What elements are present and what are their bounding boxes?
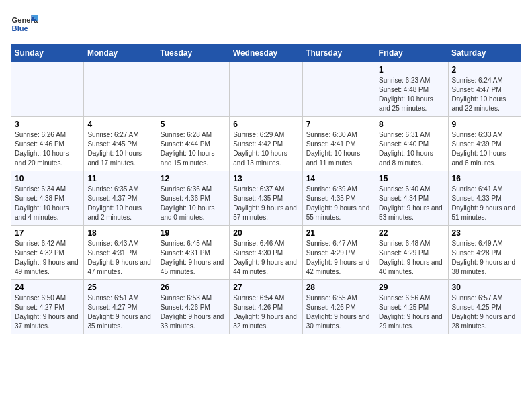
calendar-table: SundayMondayTuesdayWednesdayThursdayFrid… <box>11 44 521 334</box>
day-info: Sunrise: 6:57 AMSunset: 4:25 PMDaylight:… <box>452 293 517 331</box>
calendar-day-cell: 23Sunrise: 6:49 AMSunset: 4:28 PMDayligh… <box>448 226 521 280</box>
calendar-day-cell: 5Sunrise: 6:28 AMSunset: 4:44 PMDaylight… <box>157 117 229 171</box>
calendar-day-cell: 15Sunrise: 6:40 AMSunset: 4:34 PMDayligh… <box>375 171 448 226</box>
day-number: 14 <box>306 174 371 183</box>
day-number: 23 <box>452 228 517 238</box>
calendar-day-cell <box>302 62 375 117</box>
calendar-day-cell: 14Sunrise: 6:39 AMSunset: 4:35 PMDayligh… <box>302 171 375 226</box>
calendar-day-cell: 18Sunrise: 6:43 AMSunset: 4:31 PMDayligh… <box>84 226 157 280</box>
day-info: Sunrise: 6:37 AMSunset: 4:35 PMDaylight:… <box>233 185 298 222</box>
day-info: Sunrise: 6:28 AMSunset: 4:44 PMDaylight:… <box>161 130 226 168</box>
day-info: Sunrise: 6:55 AMSunset: 4:26 PMDaylight:… <box>306 293 371 331</box>
calendar-week-row: 3Sunrise: 6:26 AMSunset: 4:46 PMDaylight… <box>11 117 521 171</box>
day-info: Sunrise: 6:51 AMSunset: 4:27 PMDaylight:… <box>87 293 152 331</box>
day-info: Sunrise: 6:39 AMSunset: 4:35 PMDaylight:… <box>306 185 371 222</box>
day-number: 6 <box>233 120 298 129</box>
day-number: 27 <box>233 283 298 292</box>
day-info: Sunrise: 6:41 AMSunset: 4:33 PMDaylight:… <box>452 185 517 222</box>
calendar-day-cell: 20Sunrise: 6:46 AMSunset: 4:30 PMDayligh… <box>230 226 302 280</box>
day-number: 9 <box>452 120 517 129</box>
calendar-day-cell: 16Sunrise: 6:41 AMSunset: 4:33 PMDayligh… <box>448 171 521 226</box>
calendar-day-cell <box>84 62 157 117</box>
weekday-header: Wednesday <box>230 44 302 62</box>
day-number: 24 <box>15 283 80 292</box>
day-number: 25 <box>87 283 152 292</box>
day-info: Sunrise: 6:53 AMSunset: 4:26 PMDaylight:… <box>161 293 226 331</box>
day-number: 8 <box>379 120 444 129</box>
day-number: 5 <box>161 120 226 129</box>
calendar-day-cell: 9Sunrise: 6:33 AMSunset: 4:39 PMDaylight… <box>448 117 521 171</box>
calendar-day-cell: 19Sunrise: 6:45 AMSunset: 4:31 PMDayligh… <box>157 226 229 280</box>
calendar-day-cell: 21Sunrise: 6:47 AMSunset: 4:29 PMDayligh… <box>302 226 375 280</box>
day-number: 29 <box>379 283 444 292</box>
logo-icon: General Blue <box>11 11 38 38</box>
calendar-day-cell: 28Sunrise: 6:55 AMSunset: 4:26 PMDayligh… <box>302 280 375 334</box>
day-number: 1 <box>379 65 444 75</box>
calendar-day-cell: 29Sunrise: 6:56 AMSunset: 4:25 PMDayligh… <box>375 280 448 334</box>
calendar-day-cell: 25Sunrise: 6:51 AMSunset: 4:27 PMDayligh… <box>84 280 157 334</box>
calendar-day-cell: 27Sunrise: 6:54 AMSunset: 4:26 PMDayligh… <box>230 280 302 334</box>
weekday-header: Monday <box>84 44 157 62</box>
day-number: 20 <box>233 228 298 238</box>
calendar-day-cell <box>157 62 229 117</box>
day-info: Sunrise: 6:34 AMSunset: 4:38 PMDaylight:… <box>15 185 80 222</box>
weekday-header: Saturday <box>448 44 521 62</box>
calendar-week-row: 1Sunrise: 6:23 AMSunset: 4:48 PMDaylight… <box>11 62 521 117</box>
day-info: Sunrise: 6:26 AMSunset: 4:46 PMDaylight:… <box>15 130 80 168</box>
day-number: 18 <box>87 228 152 238</box>
day-number: 11 <box>87 174 152 183</box>
calendar-day-cell <box>11 62 84 117</box>
calendar-day-cell: 22Sunrise: 6:48 AMSunset: 4:29 PMDayligh… <box>375 226 448 280</box>
day-number: 26 <box>161 283 226 292</box>
day-number: 3 <box>15 120 80 129</box>
day-info: Sunrise: 6:30 AMSunset: 4:41 PMDaylight:… <box>306 130 371 168</box>
calendar-week-row: 17Sunrise: 6:42 AMSunset: 4:32 PMDayligh… <box>11 226 521 280</box>
day-info: Sunrise: 6:50 AMSunset: 4:27 PMDaylight:… <box>15 293 80 331</box>
weekday-header-row: SundayMondayTuesdayWednesdayThursdayFrid… <box>11 44 521 62</box>
svg-text:Blue: Blue <box>12 24 28 32</box>
calendar-day-cell: 10Sunrise: 6:34 AMSunset: 4:38 PMDayligh… <box>11 171 84 226</box>
calendar-week-row: 24Sunrise: 6:50 AMSunset: 4:27 PMDayligh… <box>11 280 521 334</box>
day-number: 4 <box>87 120 152 129</box>
day-info: Sunrise: 6:29 AMSunset: 4:42 PMDaylight:… <box>233 130 298 168</box>
page-header: General Blue <box>11 11 521 38</box>
day-info: Sunrise: 6:24 AMSunset: 4:47 PMDaylight:… <box>452 76 517 113</box>
calendar-day-cell <box>230 62 302 117</box>
calendar-day-cell: 7Sunrise: 6:30 AMSunset: 4:41 PMDaylight… <box>302 117 375 171</box>
day-info: Sunrise: 6:35 AMSunset: 4:37 PMDaylight:… <box>87 185 152 222</box>
weekday-header: Tuesday <box>157 44 229 62</box>
day-number: 17 <box>15 228 80 238</box>
day-number: 30 <box>452 283 517 292</box>
weekday-header: Sunday <box>11 44 84 62</box>
calendar-day-cell: 6Sunrise: 6:29 AMSunset: 4:42 PMDaylight… <box>230 117 302 171</box>
day-info: Sunrise: 6:43 AMSunset: 4:31 PMDaylight:… <box>87 239 152 277</box>
day-info: Sunrise: 6:48 AMSunset: 4:29 PMDaylight:… <box>379 239 444 277</box>
day-info: Sunrise: 6:46 AMSunset: 4:30 PMDaylight:… <box>233 239 298 277</box>
day-number: 7 <box>306 120 371 129</box>
calendar-week-row: 10Sunrise: 6:34 AMSunset: 4:38 PMDayligh… <box>11 171 521 226</box>
calendar-day-cell: 8Sunrise: 6:31 AMSunset: 4:40 PMDaylight… <box>375 117 448 171</box>
day-number: 2 <box>452 65 517 75</box>
calendar-day-cell: 17Sunrise: 6:42 AMSunset: 4:32 PMDayligh… <box>11 226 84 280</box>
day-number: 22 <box>379 228 444 238</box>
day-info: Sunrise: 6:36 AMSunset: 4:36 PMDaylight:… <box>161 185 226 222</box>
day-number: 10 <box>15 174 80 183</box>
weekday-header: Friday <box>375 44 448 62</box>
calendar-day-cell: 1Sunrise: 6:23 AMSunset: 4:48 PMDaylight… <box>375 62 448 117</box>
calendar-day-cell: 2Sunrise: 6:24 AMSunset: 4:47 PMDaylight… <box>448 62 521 117</box>
calendar-day-cell: 11Sunrise: 6:35 AMSunset: 4:37 PMDayligh… <box>84 171 157 226</box>
day-number: 28 <box>306 283 371 292</box>
day-info: Sunrise: 6:47 AMSunset: 4:29 PMDaylight:… <box>306 239 371 277</box>
day-info: Sunrise: 6:42 AMSunset: 4:32 PMDaylight:… <box>15 239 80 277</box>
day-number: 13 <box>233 174 298 183</box>
calendar-day-cell: 30Sunrise: 6:57 AMSunset: 4:25 PMDayligh… <box>448 280 521 334</box>
calendar-day-cell: 26Sunrise: 6:53 AMSunset: 4:26 PMDayligh… <box>157 280 229 334</box>
calendar-day-cell: 13Sunrise: 6:37 AMSunset: 4:35 PMDayligh… <box>230 171 302 226</box>
day-info: Sunrise: 6:54 AMSunset: 4:26 PMDaylight:… <box>233 293 298 331</box>
day-number: 19 <box>161 228 226 238</box>
day-number: 16 <box>452 174 517 183</box>
day-info: Sunrise: 6:23 AMSunset: 4:48 PMDaylight:… <box>379 76 444 113</box>
day-number: 12 <box>161 174 226 183</box>
day-info: Sunrise: 6:31 AMSunset: 4:40 PMDaylight:… <box>379 130 444 168</box>
day-number: 21 <box>306 228 371 238</box>
